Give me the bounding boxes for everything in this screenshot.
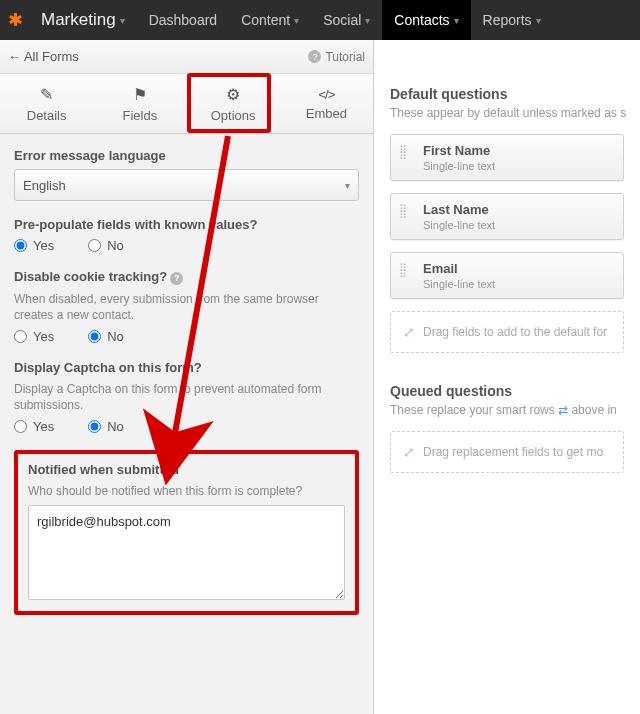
options-panel-body: Error message language English ▾ Pre-pop… [0,134,373,714]
language-value: English [23,178,66,193]
prepopulate-label: Pre-populate fields with known values? [14,217,359,232]
help-icon: ? [308,50,321,63]
help-icon[interactable]: ? [170,272,183,285]
language-select[interactable]: English ▾ [14,169,359,201]
language-label: Error message language [14,148,359,163]
default-questions-title: Default questions [390,86,624,102]
field-name: Email [423,261,613,276]
cookie-yes[interactable]: Yes [14,329,54,344]
cookie-label: Disable cookie tracking?? [14,269,359,285]
left-panel: ← All Forms ?Tutorial ✎Details ⚑Fields ⚙… [0,40,374,714]
top-nav: ✱ Marketing▾ Dashboard Content▾ Social▾ … [0,0,640,40]
expand-icon: ⤢ [403,444,415,460]
nav-reports[interactable]: Reports▾ [471,0,553,40]
right-panel: Default questions These appear by defaul… [374,40,640,714]
drag-handle-icon[interactable]: ⠿⠿ [399,265,408,277]
nav-contacts[interactable]: Contacts▾ [382,0,470,40]
field-type: Single-line text [423,160,613,172]
captcha-section: Display Captcha on this form? Display a … [14,360,359,434]
tab-options[interactable]: ⚙Options [187,74,280,133]
prepop-no[interactable]: No [88,238,124,253]
field-type: Single-line text [423,278,613,290]
captcha-help: Display a Captcha on this form to preven… [14,381,359,413]
drag-handle-icon[interactable]: ⠿⠿ [399,147,408,159]
queued-drop-zone[interactable]: ⤢ Drag replacement fields to get mo [390,431,624,473]
prepopulate-section: Pre-populate fields with known values? Y… [14,217,359,253]
hubspot-logo-icon: ✱ [8,9,23,31]
captcha-yes[interactable]: Yes [14,419,54,434]
prepopulate-radios: Yes No [14,238,359,253]
notify-emails-textarea[interactable] [28,505,345,600]
chevron-down-icon: ▾ [345,180,350,191]
default-questions-section: Default questions These appear by defaul… [390,40,624,473]
field-name: First Name [423,143,613,158]
back-all-forms-link[interactable]: ← All Forms [8,49,79,64]
field-name: Last Name [423,202,613,217]
nav-dashboard[interactable]: Dashboard [137,0,230,40]
nav-content[interactable]: Content▾ [229,0,311,40]
field-card[interactable]: ⠿⠿ Last Name Single-line text [390,193,624,240]
queued-questions-title: Queued questions [390,383,624,399]
cookie-no[interactable]: No [88,329,124,344]
notify-highlight: Notified when submitted Who should be no… [14,450,359,615]
prepop-yes[interactable]: Yes [14,238,54,253]
drag-handle-icon[interactable]: ⠿⠿ [399,206,408,218]
smart-rows-icon: ⇄ [558,403,568,417]
gear-icon: ⚙ [226,85,240,104]
tab-embed[interactable]: </>Embed [280,74,373,133]
expand-icon: ⤢ [403,324,415,340]
cookie-help: When disabled, every submission from the… [14,291,359,323]
notify-help: Who should be notified when this form is… [28,483,345,499]
nav-marketing[interactable]: Marketing▾ [29,0,137,40]
pencil-icon: ✎ [40,85,53,104]
code-icon: </> [318,87,334,102]
flag-icon: ⚑ [133,85,147,104]
cookie-radios: Yes No [14,329,359,344]
form-subtabs: ✎Details ⚑Fields ⚙Options </>Embed [0,74,373,134]
panel-top-row: ← All Forms ?Tutorial [0,40,373,74]
tab-details[interactable]: ✎Details [0,74,93,133]
nav-social[interactable]: Social▾ [311,0,382,40]
language-section: Error message language English ▾ [14,148,359,201]
captcha-radios: Yes No [14,419,359,434]
default-questions-sub: These appear by default unless marked as… [390,106,624,120]
field-card[interactable]: ⠿⠿ First Name Single-line text [390,134,624,181]
captcha-no[interactable]: No [88,419,124,434]
captcha-label: Display Captcha on this form? [14,360,359,375]
default-drop-zone[interactable]: ⤢ Drag fields to add to the default for [390,311,624,353]
field-type: Single-line text [423,219,613,231]
notify-label: Notified when submitted [28,462,345,477]
queued-questions-sub: These replace your smart rows ⇄ above in [390,403,624,417]
cookie-section: Disable cookie tracking?? When disabled,… [14,269,359,344]
field-card[interactable]: ⠿⠿ Email Single-line text [390,252,624,299]
tutorial-link[interactable]: ?Tutorial [305,50,365,64]
main-area: ← All Forms ?Tutorial ✎Details ⚑Fields ⚙… [0,40,640,714]
tab-fields[interactable]: ⚑Fields [93,74,186,133]
